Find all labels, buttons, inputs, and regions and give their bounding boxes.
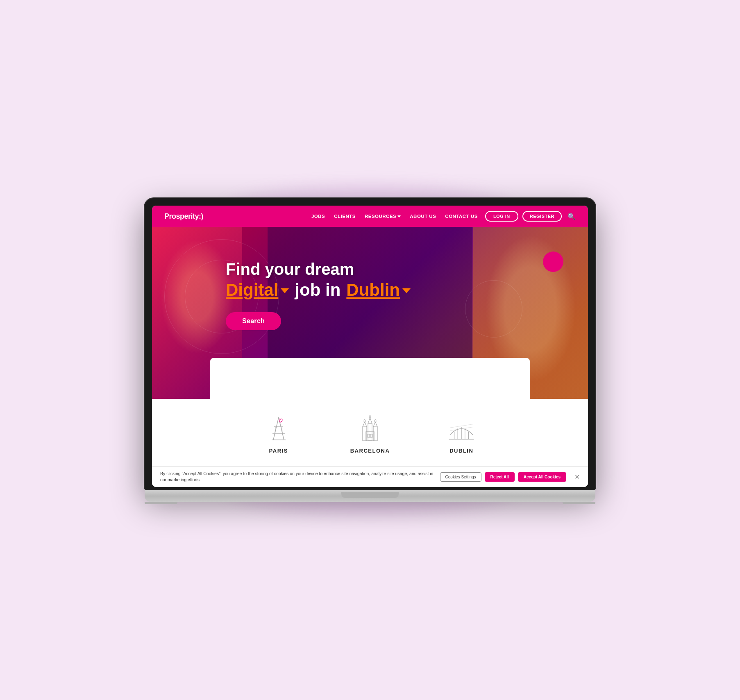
- search-icon[interactable]: 🔍: [567, 213, 576, 220]
- svg-rect-7: [366, 432, 374, 441]
- accept-all-cookies-button[interactable]: Accept All Cookies: [518, 472, 566, 482]
- laptop-base: [145, 490, 595, 502]
- search-button[interactable]: Search: [226, 312, 281, 330]
- svg-rect-14: [368, 424, 372, 441]
- city-card-dublin[interactable]: DUBLIN: [418, 411, 504, 458]
- hero-bottom-panel: [210, 358, 530, 399]
- laptop-notch: [341, 492, 399, 498]
- barcelona-icon: [356, 415, 384, 442]
- hero-section: Find your dream Digital job in Dublin: [152, 227, 588, 399]
- laptop-foot-left: [145, 502, 177, 504]
- nav-buttons: LOG IN REGISTER 🔍: [485, 211, 576, 222]
- login-button[interactable]: LOG IN: [485, 211, 518, 222]
- laptop-frame: Prosperity:) JOBS CLIENTS RESOURCES ABOU…: [145, 198, 595, 490]
- dublin-dropdown-arrow: [402, 288, 411, 293]
- laptop-screen: Prosperity:) JOBS CLIENTS RESOURCES ABOU…: [152, 206, 588, 487]
- barcelona-label: BARCELONA: [350, 448, 390, 454]
- pink-dot-deco: [543, 251, 563, 272]
- hero-word-digital[interactable]: Digital: [226, 280, 289, 300]
- hero-headline-line1: Find your dream: [226, 260, 411, 279]
- paris-label: PARIS: [269, 448, 288, 454]
- cookie-text: By clicking "Accept All Cookies", you ag…: [160, 471, 434, 483]
- hero-headline-line2: Digital job in Dublin: [226, 280, 411, 300]
- cookies-settings-button[interactable]: Cookies Settings: [440, 472, 481, 482]
- nav-jobs[interactable]: JOBS: [311, 214, 325, 219]
- resources-dropdown-arrow: [397, 215, 401, 217]
- nav-resources[interactable]: RESOURCES: [365, 214, 401, 219]
- hero-content: Find your dream Digital job in Dublin: [226, 260, 411, 330]
- laptop-foot-right: [563, 502, 595, 504]
- hero-word-job-in: job in: [295, 280, 340, 300]
- dublin-icon: [447, 415, 476, 442]
- laptop-container: Prosperity:) JOBS CLIENTS RESOURCES ABOU…: [145, 198, 595, 501]
- paris-icon: [264, 415, 293, 442]
- dublin-label: DUBLIN: [449, 448, 473, 454]
- cities-section: PARIS: [152, 399, 588, 466]
- nav-clients[interactable]: CLIENTS: [334, 214, 356, 219]
- circle-deco-3: [465, 280, 522, 338]
- cookie-banner: By clicking "Accept All Cookies", you ag…: [152, 466, 588, 487]
- svg-line-0: [273, 417, 279, 440]
- city-card-barcelona[interactable]: BARCELONA: [322, 411, 419, 458]
- page-wrapper: Prosperity:) JOBS CLIENTS RESOURCES ABOU…: [145, 198, 595, 501]
- nav-about-us[interactable]: ABOUT US: [410, 214, 436, 219]
- site-nav: Prosperity:) JOBS CLIENTS RESOURCES ABOU…: [152, 206, 588, 227]
- city-card-paris[interactable]: PARIS: [236, 411, 322, 458]
- register-button[interactable]: REGISTER: [522, 211, 562, 222]
- cookie-close-button[interactable]: ✕: [574, 473, 580, 481]
- digital-dropdown-arrow: [281, 288, 289, 293]
- nav-links: JOBS CLIENTS RESOURCES ABOUT US CONTACT …: [311, 214, 478, 219]
- cookie-buttons: Cookies Settings Reject All Accept All C…: [440, 472, 566, 482]
- hero-word-dublin[interactable]: Dublin: [346, 280, 411, 300]
- reject-all-button[interactable]: Reject All: [485, 472, 515, 482]
- nav-contact-us[interactable]: CONTACT US: [445, 214, 478, 219]
- nav-logo: Prosperity:): [164, 212, 203, 221]
